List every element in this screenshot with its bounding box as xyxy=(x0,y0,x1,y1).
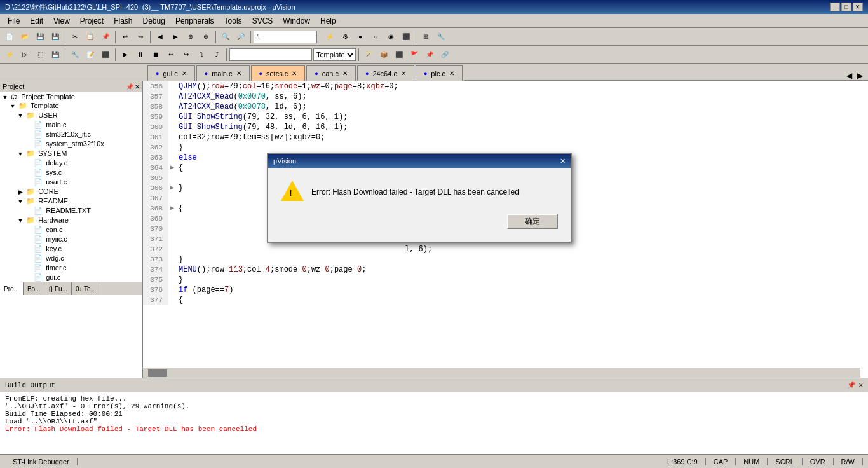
tb2-btn1[interactable]: ⚡ xyxy=(3,48,17,62)
tb2-wand-btn[interactable]: 🪄 xyxy=(362,48,376,62)
tab-main-c[interactable]: ● main.c ✕ xyxy=(196,65,250,81)
nav-btn3[interactable]: ⊕ xyxy=(184,30,198,44)
minimize-button[interactable]: _ xyxy=(830,3,840,11)
tb2-btn12[interactable]: ↪ xyxy=(179,48,193,62)
tb-btn-e[interactable]: ◉ xyxy=(384,30,398,44)
tb-btn-d[interactable]: ○ xyxy=(369,30,383,44)
menu-flash[interactable]: Flash xyxy=(109,15,137,27)
close-button[interactable]: ✕ xyxy=(853,3,863,11)
search-input[interactable] xyxy=(254,31,317,43)
tab-setcs-c-close[interactable]: ✕ xyxy=(292,70,297,77)
tb2-btn4[interactable]: 💾 xyxy=(48,48,62,62)
sidebar-close-btn[interactable]: ✕ xyxy=(135,83,140,90)
tb2-btn11[interactable]: ↩ xyxy=(164,48,178,62)
build-output-close[interactable]: ✕ xyxy=(858,381,863,389)
tree-usart-c[interactable]: 📄 usart.c xyxy=(0,177,142,187)
dialog-ok-button[interactable]: 确定 xyxy=(507,214,558,229)
undo-btn[interactable]: ↩ xyxy=(118,30,132,44)
nav-btn4[interactable]: ⊖ xyxy=(199,30,213,44)
tb2-flag-btn[interactable]: 🚩 xyxy=(407,48,421,62)
tree-readme[interactable]: ▼ 📁 README xyxy=(0,196,142,206)
save-btn[interactable]: 💾 xyxy=(33,30,47,44)
tree-stm32-it[interactable]: 📄 stm32f10x_it.c xyxy=(0,130,142,139)
tb2-btn9[interactable]: ⏸ xyxy=(133,48,147,62)
tree-delay-c[interactable]: 📄 delay.c xyxy=(0,158,142,168)
tree-gui-c[interactable]: 📄 gui.c xyxy=(0,273,142,282)
tb2-btn14[interactable]: ⤴ xyxy=(210,48,224,62)
tb2-btn5[interactable]: 🔧 xyxy=(68,48,82,62)
menu-view[interactable]: View xyxy=(48,15,75,27)
tb2-pin-btn[interactable]: 📌 xyxy=(423,48,437,62)
project-dropdown[interactable]: Template xyxy=(313,48,356,61)
sidebar-tab-functions[interactable]: {} Fu... xyxy=(44,282,71,295)
tree-wdg-c[interactable]: 📄 wdg.c xyxy=(0,254,142,263)
menu-help[interactable]: Help xyxy=(315,15,341,27)
tree-template[interactable]: ▼ 📁 Template xyxy=(0,101,142,111)
sidebar-tab-project[interactable]: Pro... xyxy=(0,282,24,295)
tree-system[interactable]: ▼ 📁 SYSTEM xyxy=(0,149,142,158)
cut-btn[interactable]: ✂ xyxy=(68,30,82,44)
tree-hardware[interactable]: ▼ 📁 Hardware xyxy=(0,216,142,225)
tb2-btn2[interactable]: ▷ xyxy=(18,48,32,62)
tab-main-c-close[interactable]: ✕ xyxy=(236,70,241,77)
tb-btn-b[interactable]: ⚙ xyxy=(338,30,352,44)
tab-scroll-left[interactable]: ◀ xyxy=(844,71,855,80)
tree-system-stm32[interactable]: 📄 system_stm32f10x xyxy=(0,139,142,149)
menu-edit[interactable]: Edit xyxy=(25,15,48,27)
tab-setcs-c[interactable]: ● setcs.c ✕ xyxy=(251,65,306,81)
nav-btn1[interactable]: ◀ xyxy=(153,30,167,44)
nav-btn2[interactable]: ▶ xyxy=(168,30,182,44)
tab-24c64-c[interactable]: ● 24c64.c ✕ xyxy=(357,65,414,81)
tree-project-template[interactable]: ▼ 🗂 Project: Template xyxy=(0,92,142,101)
tb2-link-btn[interactable]: 🔗 xyxy=(438,48,452,62)
code-horiz-scroll[interactable] xyxy=(143,368,860,378)
tb-btn-a[interactable]: ⚡ xyxy=(323,30,337,44)
find-btn[interactable]: 🔎 xyxy=(234,30,248,44)
tree-user[interactable]: ▼ 📁 USER xyxy=(0,111,142,120)
tree-sys-c[interactable]: 📄 sys.c xyxy=(0,168,142,177)
tree-key-c[interactable]: 📄 key.c xyxy=(0,244,142,254)
tab-pic-c[interactable]: ● pic.c ✕ xyxy=(416,65,463,81)
tb2-btn7[interactable]: ⬛ xyxy=(98,48,112,62)
tab-can-c-close[interactable]: ✕ xyxy=(342,70,348,77)
tree-main-c[interactable]: 📄 main.c xyxy=(0,120,142,130)
tb2-chip-btn[interactable]: 📦 xyxy=(377,48,391,62)
tb2-btn8[interactable]: ▶ xyxy=(118,48,132,62)
project-selector[interactable]: Template xyxy=(229,48,312,61)
error-dialog[interactable]: µVision ✕ Error: Flash Download failed -… xyxy=(267,153,572,243)
menu-window[interactable]: Window xyxy=(278,15,315,27)
sidebar-pin-btn[interactable]: 📌 xyxy=(126,83,133,90)
tb2-btn10[interactable]: ⏹ xyxy=(149,48,163,62)
tree-core[interactable]: ▶ 📁 CORE xyxy=(0,187,142,196)
tab-24c64-c-close[interactable]: ✕ xyxy=(401,70,406,77)
tb-btn-c[interactable]: ● xyxy=(353,30,367,44)
save-all-btn[interactable]: 💾 xyxy=(48,30,62,44)
menu-file[interactable]: File xyxy=(3,15,25,27)
sidebar-tab-books[interactable]: Bo... xyxy=(24,282,45,295)
tab-gui-c-close[interactable]: ✕ xyxy=(182,70,187,77)
scroll-thumb[interactable] xyxy=(148,369,167,377)
menu-debug[interactable]: Debug xyxy=(138,15,170,27)
tree-can-c[interactable]: 📄 can.c xyxy=(0,225,142,235)
build-output-pin[interactable]: 📌 xyxy=(847,381,856,389)
tree-myiic-c[interactable]: 📄 myiic.c xyxy=(0,235,142,244)
sidebar-tab-templates[interactable]: 0↓ Te... xyxy=(72,282,100,295)
menu-project[interactable]: Project xyxy=(75,15,109,27)
maximize-button[interactable]: □ xyxy=(841,3,851,11)
new-file-btn[interactable]: 📄 xyxy=(3,30,17,44)
tb-btn-f[interactable]: ⬛ xyxy=(399,30,413,44)
tb2-btn6[interactable]: 📝 xyxy=(83,48,97,62)
tb2-more-btn[interactable]: ⬛ xyxy=(392,48,406,62)
paste-btn[interactable]: 📌 xyxy=(98,30,112,44)
tb-grid-btn[interactable]: ⊞ xyxy=(419,30,433,44)
tb-settings-btn[interactable]: 🔧 xyxy=(434,30,448,44)
menu-tools[interactable]: Tools xyxy=(219,15,247,27)
tab-can-c[interactable]: ● can.c ✕ xyxy=(306,65,356,81)
tb2-btn13[interactable]: ⤵ xyxy=(194,48,208,62)
dialog-close-btn[interactable]: ✕ xyxy=(560,157,566,165)
tab-gui-c[interactable]: ● gui.c ✕ xyxy=(147,65,195,81)
menu-svcs[interactable]: SVCS xyxy=(247,15,278,27)
open-file-btn[interactable]: 📂 xyxy=(18,30,32,44)
search-btn[interactable]: 🔍 xyxy=(219,30,233,44)
tab-pic-c-close[interactable]: ✕ xyxy=(449,70,454,77)
